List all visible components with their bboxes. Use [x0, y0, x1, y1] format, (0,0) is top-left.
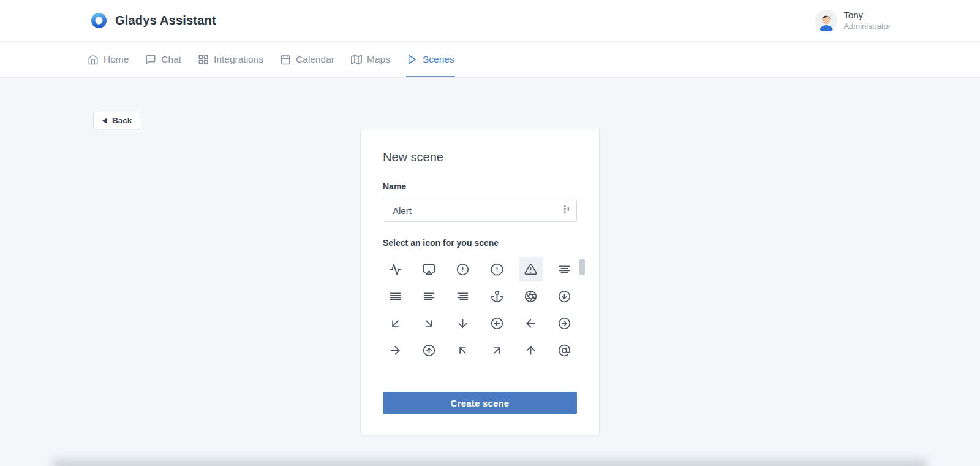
- nav-item-scenes[interactable]: Scenes: [406, 42, 455, 77]
- app-header: Gladys Assistant Tony Administrator: [0, 0, 980, 42]
- nav-item-integrations[interactable]: Integrations: [197, 42, 264, 77]
- scene-icon-activity[interactable]: [383, 257, 407, 281]
- arrow-right-icon: [389, 344, 402, 357]
- scene-icon-align-justify[interactable]: [383, 284, 407, 308]
- user-name: Tony: [843, 10, 891, 21]
- message-square-icon: [145, 54, 156, 65]
- anchor-icon: [491, 290, 503, 303]
- align-justify-icon: [389, 290, 402, 303]
- arrow-down-icon: [456, 317, 469, 330]
- scene-icon-align-right[interactable]: [451, 284, 475, 308]
- nav-item-label: Integrations: [214, 54, 263, 65]
- nav-item-label: Scenes: [423, 54, 454, 65]
- text-cursor-icon: [564, 205, 570, 216]
- main-nav: HomeChatIntegrationsCalendarMapsScenes: [0, 42, 980, 78]
- nav-item-label: Chat: [161, 54, 181, 65]
- play-icon: [407, 54, 418, 65]
- scene-icon-arrow-left[interactable]: [519, 311, 543, 335]
- arrow-up-icon: [524, 344, 537, 357]
- gladys-logo-icon: [91, 12, 107, 29]
- scene-icon-arrow-left-circle[interactable]: [484, 311, 509, 335]
- arrow-up-left-icon: [456, 344, 469, 357]
- alert-octagon-icon: [491, 263, 503, 276]
- scene-icon-anchor[interactable]: [484, 284, 509, 308]
- scene-icon-align-center[interactable]: [552, 257, 577, 281]
- arrow-up-right-icon: [491, 344, 503, 357]
- arrow-right-circle-icon: [558, 317, 571, 330]
- alert-circle-icon: [456, 263, 469, 276]
- arrow-down-right-icon: [423, 317, 435, 330]
- arrow-down-circle-icon: [558, 290, 571, 303]
- align-center-icon: [558, 263, 571, 276]
- map-icon: [351, 54, 362, 65]
- bottom-shadow: [52, 455, 928, 466]
- arrow-left-icon: [524, 317, 537, 330]
- align-right-icon: [456, 290, 469, 303]
- arrow-left-circle-icon: [491, 317, 503, 330]
- scene-icon-arrow-down-circle[interactable]: [552, 284, 577, 308]
- align-left-icon: [423, 290, 435, 303]
- activity-icon: [389, 263, 402, 276]
- nav-item-label: Home: [104, 54, 129, 65]
- nav-item-label: Calendar: [296, 54, 334, 65]
- scene-name-field: [383, 199, 577, 222]
- nav-item-calendar[interactable]: Calendar: [279, 42, 335, 77]
- icon-picker: [383, 257, 577, 377]
- icon-section-label: Select an icon for you scene: [383, 238, 577, 248]
- scene-icon-arrow-down-right[interactable]: [417, 311, 441, 335]
- arrow-up-circle-icon: [423, 344, 435, 357]
- scene-icon-at-sign[interactable]: [552, 338, 577, 362]
- user-role: Administrator: [843, 21, 891, 31]
- scene-icon-alert-circle[interactable]: [451, 257, 475, 281]
- alert-triangle-icon: [524, 263, 537, 276]
- scene-icon-arrow-up-left[interactable]: [451, 338, 475, 362]
- scene-icon-arrow-down-left[interactable]: [383, 311, 407, 335]
- arrow-down-left-icon: [389, 317, 402, 330]
- scene-icon-align-left[interactable]: [417, 284, 441, 308]
- nav-item-label: Maps: [367, 54, 390, 65]
- back-arrow-icon: [102, 118, 107, 124]
- user-avatar: [815, 10, 837, 32]
- brand: Gladys Assistant: [91, 12, 216, 29]
- scene-icon-arrow-up-right[interactable]: [484, 338, 509, 362]
- airplay-icon: [423, 263, 435, 276]
- calendar-icon: [280, 54, 291, 65]
- new-scene-card: New scene Name Select an icon for you sc…: [360, 129, 600, 435]
- scene-name-input[interactable]: [383, 199, 576, 221]
- grid-icon: [198, 54, 209, 65]
- aperture-icon: [524, 290, 537, 303]
- create-scene-button[interactable]: Create scene: [383, 392, 577, 414]
- home-icon: [88, 54, 99, 65]
- scene-icon-arrow-down[interactable]: [451, 311, 475, 335]
- user-menu[interactable]: Tony Administrator: [815, 10, 891, 32]
- name-label: Name: [383, 181, 577, 191]
- card-title: New scene: [383, 150, 577, 164]
- at-sign-icon: [558, 344, 571, 357]
- scene-icon-arrow-up[interactable]: [519, 338, 543, 362]
- app-title: Gladys Assistant: [115, 13, 216, 28]
- scene-icon-arrow-right[interactable]: [383, 338, 407, 362]
- scene-icon-alert-octagon[interactable]: [484, 257, 509, 281]
- scene-icon-airplay[interactable]: [417, 257, 441, 281]
- nav-item-chat[interactable]: Chat: [145, 42, 182, 77]
- nav-item-home[interactable]: Home: [87, 42, 129, 77]
- nav-item-maps[interactable]: Maps: [350, 42, 391, 77]
- scene-icon-arrow-right-circle[interactable]: [552, 311, 577, 335]
- back-button[interactable]: Back: [93, 112, 140, 129]
- scene-icon-aperture[interactable]: [519, 284, 543, 308]
- scene-icon-arrow-up-circle[interactable]: [417, 338, 441, 362]
- icon-grid-scrollbar[interactable]: [579, 259, 585, 275]
- scene-icon-alert-triangle[interactable]: [519, 257, 543, 281]
